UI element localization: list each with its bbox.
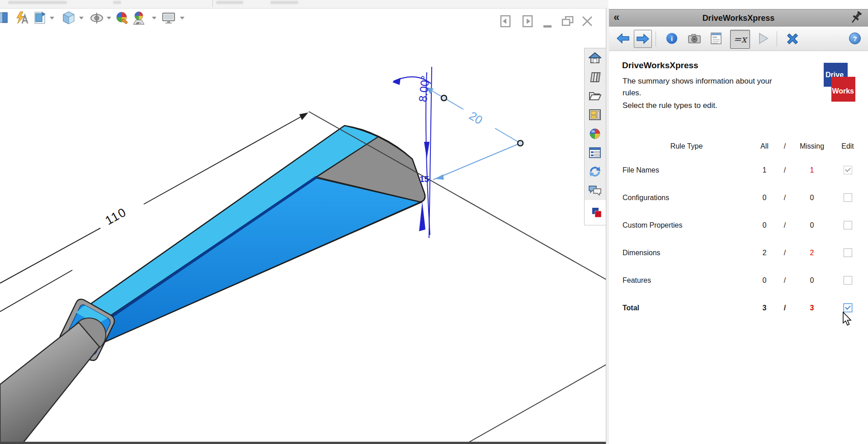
edit-checkbox[interactable] <box>844 276 852 285</box>
chat-bubbles-icon <box>588 185 602 196</box>
play-icon <box>758 33 769 44</box>
edit-checkbox[interactable] <box>844 193 852 202</box>
solidworks-window: 110 20 8.00° 15 <box>0 0 868 444</box>
slash: / <box>778 221 791 229</box>
table-row-total: Total 3 / 3 <box>623 294 863 322</box>
blue-x-icon <box>786 32 799 45</box>
toolbar-separator <box>777 31 777 47</box>
offset-dimension[interactable] <box>425 87 523 180</box>
task-pane-tabs <box>584 48 606 225</box>
slash: / <box>778 249 791 257</box>
header-edit: Edit <box>833 142 863 150</box>
rule-type-label: Total <box>623 304 750 312</box>
table-row: Custom Properties 0 / 0 <box>623 211 863 239</box>
tab-driveworksxpress[interactable] <box>585 200 609 225</box>
panel-toolbar: i =x ? <box>609 27 868 51</box>
forward-button[interactable] <box>634 30 652 48</box>
all-count: 0 <box>750 221 778 229</box>
all-count: 0 <box>750 194 778 202</box>
rules-summary-table: Rule Type All / Missing Edit File Names … <box>623 136 863 322</box>
capture-button[interactable] <box>687 30 702 47</box>
close-wizard-button[interactable] <box>784 30 801 47</box>
driveworks-logo: Drive Works <box>824 63 868 103</box>
rule-type-label: Custom Properties <box>623 221 750 229</box>
tab-appearances[interactable] <box>585 124 605 144</box>
missing-count: 2 <box>791 249 833 257</box>
panel-titlebar: « DriveWorksXpress <box>609 9 868 27</box>
part-body[interactable] <box>87 126 425 345</box>
run-button[interactable] <box>756 30 771 47</box>
missing-count: 1 <box>791 166 833 174</box>
logo-works-square: Works <box>831 77 855 102</box>
panel-description-line2: rules. <box>623 89 642 98</box>
tab-solidworks-resources[interactable] <box>585 48 605 68</box>
help-icon: ? <box>849 33 861 44</box>
all-count: 1 <box>750 166 778 174</box>
home-icon <box>589 52 601 64</box>
tab-solidworks-connect[interactable] <box>585 162 605 182</box>
forward-arrow-icon <box>637 34 649 44</box>
edit-checkbox[interactable] <box>844 166 852 174</box>
missing-count: 0 <box>791 221 833 229</box>
rule-type-label: Configurations <box>623 194 750 202</box>
mouse-cursor <box>842 312 855 328</box>
summary-form-icon <box>711 33 722 44</box>
back-button[interactable] <box>616 30 630 47</box>
panel-description-line3: Select the rule types to edit. <box>623 101 717 110</box>
rules-button[interactable]: =x <box>730 30 750 49</box>
rule-type-label: Features <box>623 276 750 285</box>
header-rule-type: Rule Type <box>623 142 750 150</box>
toolbar-separator <box>656 31 656 47</box>
rule-type-label: Dimensions <box>623 249 750 257</box>
missing-count: 0 <box>791 194 833 202</box>
panel-description-line1: The summary shows information about your <box>623 77 772 86</box>
tab-file-explorer[interactable] <box>585 86 605 106</box>
missing-count: 0 <box>791 276 833 285</box>
edit-checkbox[interactable] <box>844 248 852 257</box>
back-arrow-icon <box>617 33 629 43</box>
part-rod[interactable] <box>0 322 99 444</box>
cad-viewport[interactable] <box>0 0 606 444</box>
driveworksxpress-panel: « DriveWorksXpress i =x <box>609 0 868 444</box>
view-palette-icon <box>589 109 601 121</box>
header-all: All <box>750 142 778 150</box>
edit-checkbox[interactable] <box>844 221 852 229</box>
panel-title: DriveWorksXpress <box>609 14 868 23</box>
pin-icon[interactable] <box>850 10 863 27</box>
rule-type-label: File Names <box>623 166 750 174</box>
driveworksxpress-icon <box>591 207 603 219</box>
header-missing: Missing <box>791 142 833 150</box>
folder-icon <box>589 90 601 101</box>
tab-solidworks-forum[interactable] <box>585 181 605 201</box>
info-icon: i <box>666 33 677 44</box>
panel-heading: DriveWorksXpress <box>622 61 698 70</box>
info-glyph: i <box>671 35 673 42</box>
help-button[interactable]: ? <box>847 30 863 47</box>
slash: / <box>778 166 791 174</box>
information-button[interactable]: i <box>664 30 679 47</box>
custom-properties-icon <box>589 147 601 159</box>
tab-design-library[interactable] <box>585 67 605 87</box>
end-dimension-value[interactable]: 15 <box>420 174 429 184</box>
tab-custom-properties[interactable] <box>585 143 605 163</box>
header-slash: / <box>778 142 791 150</box>
missing-count: 3 <box>791 304 833 312</box>
summary-button[interactable] <box>708 30 724 47</box>
help-glyph: ? <box>853 35 857 42</box>
table-row: File Names 1 / 1 <box>623 156 863 184</box>
tab-view-palette[interactable] <box>585 105 605 125</box>
status-bar-edge <box>0 442 606 444</box>
all-count: 3 <box>750 304 778 312</box>
table-row: Configurations 0 / 0 <box>623 184 863 211</box>
edit-checkbox[interactable] <box>844 304 852 312</box>
camera-icon <box>688 33 701 43</box>
all-count: 2 <box>750 249 778 257</box>
table-row: Features 0 / 0 <box>623 266 863 294</box>
all-count: 0 <box>750 276 778 285</box>
logo-works-text: Works <box>832 87 854 95</box>
books-icon <box>589 71 601 83</box>
sync-arrows-icon <box>589 165 601 178</box>
table-row: Dimensions 2 / 2 <box>623 239 863 266</box>
slash: / <box>778 304 791 312</box>
table-header-row: Rule Type All / Missing Edit <box>623 136 863 156</box>
